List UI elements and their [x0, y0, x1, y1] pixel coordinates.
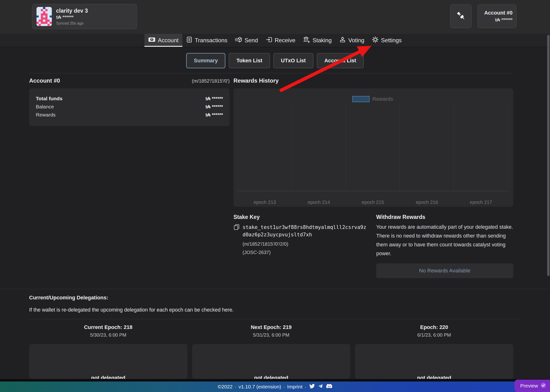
- main-nav: Account Transactions Send Receive Stakin…: [0, 34, 550, 47]
- nav-tab-label: Staking: [313, 37, 332, 44]
- legend-swatch-rewards: [352, 96, 369, 102]
- app-header: clarity dev 3 t₳ ****** Synced 20s ago: [0, 0, 550, 34]
- epoch-date: 6/1/23, 6:00 PM: [355, 332, 513, 338]
- delegation-status: not delegated: [355, 375, 513, 379]
- nav-tab-staking[interactable]: Staking: [299, 34, 335, 47]
- nav-tab-account[interactable]: Account: [144, 34, 182, 47]
- gear-icon: [372, 36, 379, 44]
- x-axis-tick-label: epoch 216: [400, 200, 454, 205]
- nav-tab-settings[interactable]: Settings: [368, 34, 406, 47]
- delegations-top-divider: [0, 289, 550, 289]
- nav-tab-voting[interactable]: Voting: [335, 34, 368, 47]
- epoch-title: Current Epoch: 218: [29, 324, 187, 330]
- wallet-selector-card[interactable]: clarity dev 3 t₳ ****** Synced 20s ago: [32, 4, 137, 29]
- nav-tab-label: Account: [158, 37, 179, 44]
- wallet-info: clarity dev 3 t₳ ****** Synced 20s ago: [56, 7, 88, 26]
- imprint-link[interactable]: Imprint: [287, 384, 302, 390]
- withdraw-rewards-title: Withdraw Rewards: [376, 214, 513, 220]
- account-selector-balance: t₳ ******: [495, 17, 513, 23]
- tab-utxo-list[interactable]: UTxO List: [273, 53, 313, 68]
- banknote-icon: [148, 37, 155, 44]
- epoch-column-current: Current Epoch: 218 5/30/23, 6:00 PM not …: [29, 324, 187, 379]
- wallet-avatar: [36, 7, 52, 26]
- footer-separator: ·: [283, 384, 285, 390]
- footer-separator: ·: [235, 384, 236, 390]
- copy-icon[interactable]: [233, 224, 240, 238]
- wallet-balance-masked: t₳ ******: [56, 14, 88, 20]
- epoch-column-next: Next Epoch: 219 5/31/23, 6:00 PM not del…: [192, 324, 350, 379]
- nav-tab-label: Voting: [348, 37, 364, 44]
- funds-row-total: Total funds t₳ ******: [36, 95, 223, 103]
- x-axis-tick-label: epoch 214: [292, 200, 346, 205]
- footer-copyright: ©2022: [218, 384, 232, 390]
- withdraw-rewards-section: Withdraw Rewards Your rewards are automa…: [376, 214, 513, 278]
- funds-row-balance: Balance t₳ ******: [36, 103, 223, 111]
- preview-label: Preview: [520, 383, 538, 389]
- chart-legend: Rewards: [352, 96, 393, 102]
- chart-column: [292, 103, 346, 195]
- chart-column: [454, 103, 508, 195]
- withdraw-rewards-description: Your rewards are automatically part of y…: [376, 223, 513, 258]
- twitter-icon[interactable]: [309, 383, 315, 390]
- delegations-inner-divider: [29, 319, 521, 319]
- rewards-history-chart: Rewards epoch 213 epoch 214 epoch 215 ep…: [233, 88, 513, 207]
- bank-plus-icon: [303, 36, 310, 44]
- account-subtabs: Summary Token List UTxO List Account Lis…: [0, 53, 550, 68]
- epoch-title: Next Epoch: 219: [192, 324, 350, 330]
- stake-key-section: Stake Key stake_test1ur3wf88rs8hdtmyalmq…: [233, 214, 372, 255]
- no-rewards-available-button[interactable]: No Rewards Available: [376, 263, 513, 278]
- epoch-date: 5/30/23, 6:00 PM: [29, 332, 187, 338]
- scrollbar-thumb[interactable]: [547, 35, 550, 276]
- funds-label: Rewards: [36, 111, 56, 119]
- funds-value-masked: t₳ ******: [206, 103, 223, 111]
- funds-value-masked: t₳ ******: [206, 95, 223, 103]
- account-selector-button[interactable]: Account #0 t₳ ******: [477, 4, 517, 28]
- discord-icon[interactable]: [326, 384, 332, 390]
- dapp-disconnect-button[interactable]: [450, 4, 472, 28]
- account-summary-section: Account #0 (m/1852'/1815'/0') Total fund…: [29, 77, 230, 126]
- receive-arrow-icon: [266, 36, 272, 44]
- x-axis-tick-label: epoch 215: [346, 200, 400, 205]
- disconnect-plug-icon: [456, 11, 466, 22]
- nav-tab-receive[interactable]: Receive: [262, 34, 299, 47]
- footer-gap-strip: [0, 379, 550, 381]
- rewards-history-section: Rewards History Rewards epoch 213 epoch …: [233, 77, 513, 207]
- rewards-history-title: Rewards History: [233, 77, 513, 84]
- epoch-column-future: Epoch: 220 6/1/23, 6:00 PM not delegated: [355, 324, 513, 379]
- x-axis-tick-label: epoch 213: [238, 200, 292, 205]
- tab-account-list[interactable]: Account List: [317, 53, 364, 68]
- preview-badge[interactable]: Preview: [515, 380, 550, 392]
- nav-tab-label: Transactions: [195, 37, 228, 44]
- delegations-title: Current/Upcoming Delegations:: [29, 294, 108, 301]
- account-selector-label: Account #0: [484, 10, 513, 16]
- footer-separator: ·: [305, 384, 306, 390]
- chart-x-axis-baseline: [238, 191, 508, 191]
- funds-row-rewards: Rewards t₳ ******: [36, 111, 223, 119]
- tab-token-list[interactable]: Token List: [229, 53, 270, 68]
- epoch-title: Epoch: 220: [355, 324, 513, 330]
- account-summary-title: Account #0: [29, 77, 60, 84]
- stake-key-reference: (JOSC-2637): [243, 250, 372, 255]
- footer-bar: ©2022 · v1.10.7 (extension) · Imprint ·: [0, 381, 550, 392]
- telegram-icon[interactable]: [318, 383, 323, 390]
- footer-version: v1.10.7 (extension): [238, 384, 281, 390]
- send-package-icon: [235, 36, 242, 44]
- x-axis-tick-label: epoch 217: [454, 200, 508, 205]
- nav-tab-send[interactable]: Send: [231, 34, 262, 47]
- delegations-subtitle: If the wallet is re-delegated the upcomi…: [29, 307, 234, 313]
- tab-summary[interactable]: Summary: [186, 53, 225, 68]
- nav-tab-label: Settings: [381, 37, 402, 44]
- wallet-name: clarity dev 3: [56, 7, 88, 14]
- epoch-delegation-grid: Current Epoch: 218 5/30/23, 6:00 PM not …: [29, 324, 513, 379]
- delegation-status: not delegated: [29, 375, 187, 379]
- wallet-app-window: clarity dev 3 t₳ ****** Synced 20s ago: [0, 0, 550, 392]
- nav-tab-transactions[interactable]: Transactions: [182, 34, 231, 47]
- legend-label-rewards: Rewards: [372, 96, 393, 102]
- document-list-icon: [186, 36, 192, 44]
- content-top-divider: [29, 73, 513, 73]
- chart-column: [346, 103, 400, 195]
- funds-value-masked: t₳ ******: [206, 111, 223, 119]
- epoch-date: 5/31/23, 6:00 PM: [192, 332, 350, 338]
- ballot-box-icon: [339, 36, 346, 44]
- check-circle-icon: [540, 382, 546, 389]
